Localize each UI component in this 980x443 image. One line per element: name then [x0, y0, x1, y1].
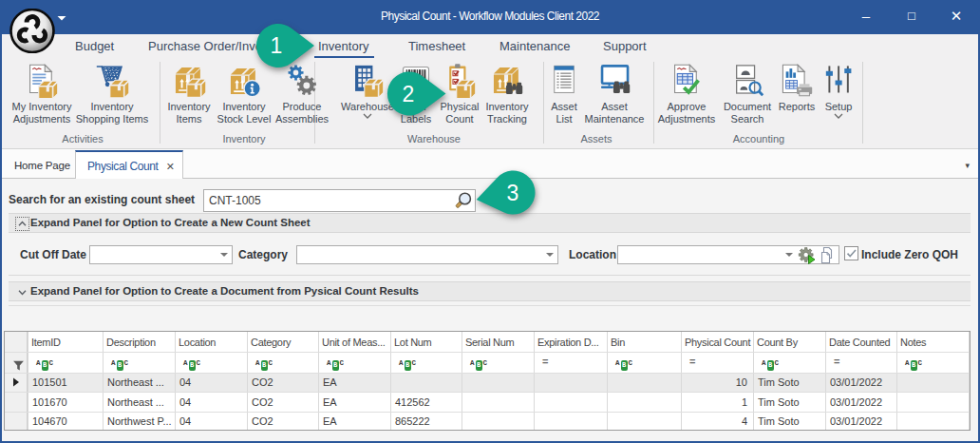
svg-text:3: 3 — [507, 181, 519, 205]
